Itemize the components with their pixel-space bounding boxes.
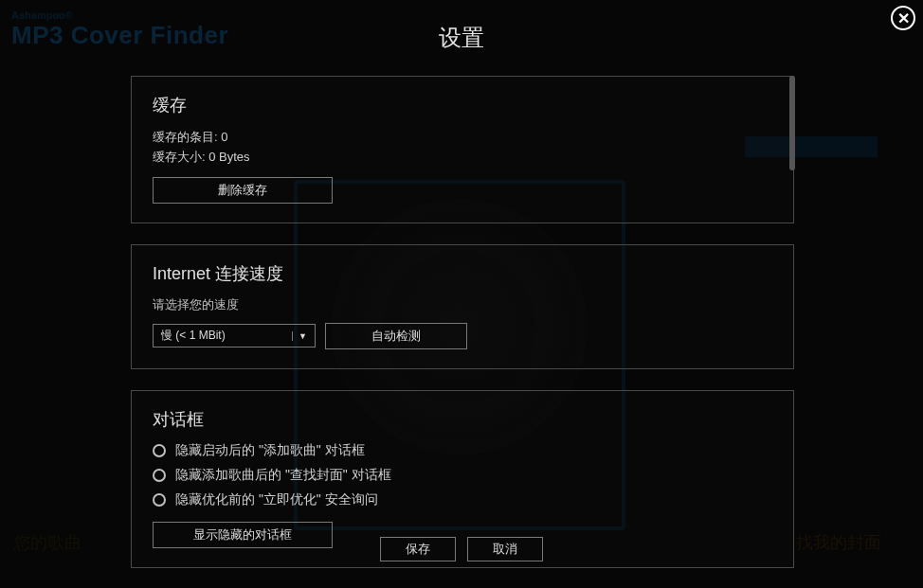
cache-entries: 缓存的条目: 0 xyxy=(153,128,772,148)
dialogs-title: 对话框 xyxy=(153,408,772,431)
internet-title: Internet 连接速度 xyxy=(153,262,772,285)
chevron-down-icon: ▼ xyxy=(292,331,307,341)
speed-select[interactable]: 慢 (< 1 MBit) ▼ xyxy=(153,324,316,347)
close-icon: ✕ xyxy=(897,9,910,27)
cache-size: 缓存大小: 0 Bytes xyxy=(153,148,772,168)
modal-title: 设置 xyxy=(0,23,923,53)
section-cache: 缓存 缓存的条目: 0 缓存大小: 0 Bytes 删除缓存 xyxy=(131,76,794,223)
dialog-option-3[interactable]: 隐藏优化前的 "立即优化" 安全询问 xyxy=(153,491,772,508)
dialog-option-1-label: 隐藏启动后的 "添加歌曲" 对话框 xyxy=(175,442,365,459)
modal-footer: 保存 取消 xyxy=(0,537,923,561)
save-button[interactable]: 保存 xyxy=(380,537,456,561)
dialog-option-2[interactable]: 隐藏添加歌曲后的 "查找封面" 对话框 xyxy=(153,467,772,484)
radio-icon xyxy=(153,493,166,507)
cache-size-value: 0 Bytes xyxy=(208,150,249,164)
cache-size-label: 缓存大小: xyxy=(153,150,206,164)
cache-entries-value: 0 xyxy=(221,130,227,144)
section-internet: Internet 连接速度 请选择您的速度 慢 (< 1 MBit) ▼ 自动检… xyxy=(131,244,794,369)
modal-body: 缓存 缓存的条目: 0 缓存大小: 0 Bytes 删除缓存 Internet … xyxy=(131,76,794,519)
internet-row: 慢 (< 1 MBit) ▼ 自动检测 xyxy=(153,323,772,349)
radio-icon xyxy=(153,469,166,482)
dialog-option-3-label: 隐藏优化前的 "立即优化" 安全询问 xyxy=(175,491,378,508)
close-button[interactable]: ✕ xyxy=(891,6,915,30)
auto-detect-button[interactable]: 自动检测 xyxy=(325,323,467,349)
clear-cache-button[interactable]: 删除缓存 xyxy=(153,177,333,204)
speed-select-value: 慢 (< 1 MBit) xyxy=(161,328,226,344)
cache-entries-label: 缓存的条目: xyxy=(153,130,218,144)
scrollbar-thumb[interactable] xyxy=(789,76,795,170)
cache-title: 缓存 xyxy=(153,94,772,116)
dialog-option-1[interactable]: 隐藏启动后的 "添加歌曲" 对话框 xyxy=(153,442,772,459)
dialog-option-2-label: 隐藏添加歌曲后的 "查找封面" 对话框 xyxy=(175,467,391,484)
cancel-button[interactable]: 取消 xyxy=(467,537,543,561)
internet-prompt: 请选择您的速度 xyxy=(153,296,772,313)
radio-icon xyxy=(153,444,166,457)
